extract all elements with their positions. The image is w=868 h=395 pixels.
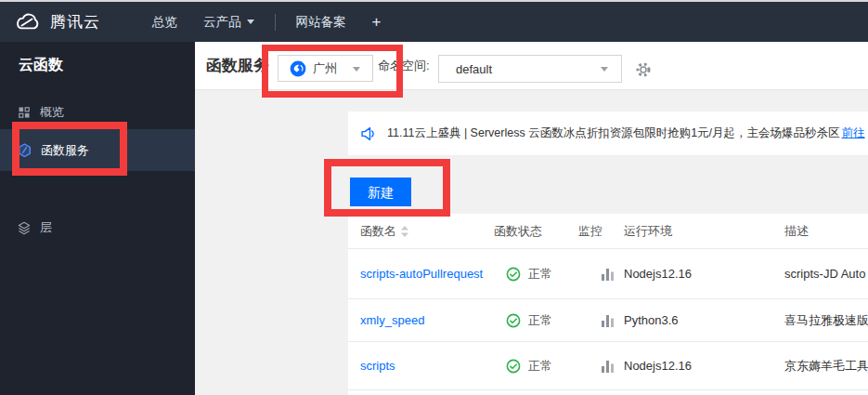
status-text: 正常 xyxy=(528,249,552,299)
add-tab-button[interactable]: + xyxy=(372,13,382,32)
cloud-logo-icon xyxy=(13,11,43,33)
monitor-chart-icon[interactable] xyxy=(602,360,614,375)
table-header-row: 函数名 函数状态 监控 运行环境 描述 xyxy=(348,214,868,249)
status-text: 正常 xyxy=(528,342,552,390)
topbar: 腾讯云 总览 云产品 网站备案 + xyxy=(0,2,868,42)
table-row: scripts-autoPullrequest 正常 Nodejs12.16 s… xyxy=(348,249,868,299)
sidebar-item-label: 层 xyxy=(40,219,52,236)
function-name-link[interactable]: xmly_speed xyxy=(360,299,424,342)
sidebar-item-label: 概览 xyxy=(40,104,64,121)
status-text: 正常 xyxy=(528,299,552,342)
layers-icon xyxy=(18,221,31,235)
promo-banner: 11.11云上盛典 | Serverless 云函数冰点折扣资源包限时抢购1元/… xyxy=(348,112,868,155)
sidebar-item-label: 函数服务 xyxy=(41,142,89,159)
create-button[interactable]: 新建 xyxy=(350,178,411,206)
speaker-icon xyxy=(360,126,376,141)
runtime-text: Nodejs12.16 xyxy=(624,342,692,390)
monitor-chart-icon[interactable] xyxy=(602,314,614,330)
page-title: 函数服务 xyxy=(206,42,269,90)
nav-icp-filing[interactable]: 网站备案 xyxy=(296,14,346,31)
nav-divider xyxy=(275,14,276,31)
status-ok-icon xyxy=(506,267,521,284)
chevron-down-icon xyxy=(247,20,254,24)
nav-cloud-products[interactable]: 云产品 xyxy=(203,14,254,31)
sidebar-item-layers[interactable]: 层 xyxy=(0,213,195,243)
description-text: scripts-JD Auto P xyxy=(784,249,868,299)
tencent-cloud-console: 腾讯云 总览 云产品 网站备案 + 云函数 概览 xyxy=(0,0,868,395)
function-table: 函数名 函数状态 监控 运行环境 描述 scripts-autoPullrequ… xyxy=(348,214,868,395)
monitor-chart-icon[interactable] xyxy=(602,268,614,283)
sidebar-item-overview[interactable]: 概览 xyxy=(0,98,195,127)
description-text: 京东薅羊毛工具 xyxy=(784,342,868,390)
chevron-down-icon xyxy=(601,67,608,72)
brand-logo[interactable]: 腾讯云 xyxy=(13,11,100,33)
nav-overview[interactable]: 总览 xyxy=(152,14,177,31)
namespace-selector[interactable]: default xyxy=(438,55,622,83)
sort-icon[interactable] xyxy=(401,226,408,237)
status-ok-icon xyxy=(506,313,521,331)
grid-icon xyxy=(18,106,31,119)
globe-icon xyxy=(290,60,306,77)
column-header-name: 函数名 xyxy=(360,214,396,249)
brand-name: 腾讯云 xyxy=(50,11,100,33)
column-header-status: 函数状态 xyxy=(494,214,542,249)
column-header-description: 描述 xyxy=(784,214,809,249)
table-row: scripts 正常 Nodejs12.16 京东薅羊毛工具 xyxy=(348,342,868,390)
status-ok-icon xyxy=(506,359,521,376)
sidebar-title: 云函数 xyxy=(19,56,63,75)
sidebar-item-function-service[interactable]: 函数服务 xyxy=(0,129,195,171)
function-name-link[interactable]: scripts-autoPullrequest xyxy=(360,249,483,299)
scf-hexagon-icon xyxy=(18,143,32,157)
namespace-label: 命名空间: xyxy=(378,42,430,90)
chevron-down-icon xyxy=(353,67,360,72)
promo-text: 11.11云上盛典 | Serverless 云函数冰点折扣资源包限时抢购1元/… xyxy=(387,125,840,141)
topbar-nav: 总览 云产品 网站备案 + xyxy=(139,13,394,32)
column-header-runtime: 运行环境 xyxy=(624,214,672,249)
function-name-link[interactable]: scripts xyxy=(360,342,395,390)
runtime-text: Python3.6 xyxy=(624,299,679,342)
page-header: 函数服务 广州 命名空间: default xyxy=(195,42,868,90)
nav-cloud-products-label: 云产品 xyxy=(203,14,241,31)
table-row: xmly_speed 正常 Python3.6 喜马拉雅极速版刷 xyxy=(348,299,868,342)
column-header-monitor: 监控 xyxy=(578,214,602,249)
description-text: 喜马拉雅极速版刷 xyxy=(784,299,868,342)
region-value: 广州 xyxy=(313,60,337,77)
namespace-value: default xyxy=(456,62,492,76)
gear-icon[interactable] xyxy=(635,61,652,78)
runtime-text: Nodejs12.16 xyxy=(624,249,692,299)
promo-go-link[interactable]: 前往 xyxy=(842,125,865,141)
sidebar: 云函数 概览 函数服务 xyxy=(0,42,195,395)
region-selector[interactable]: 广州 xyxy=(278,55,373,82)
